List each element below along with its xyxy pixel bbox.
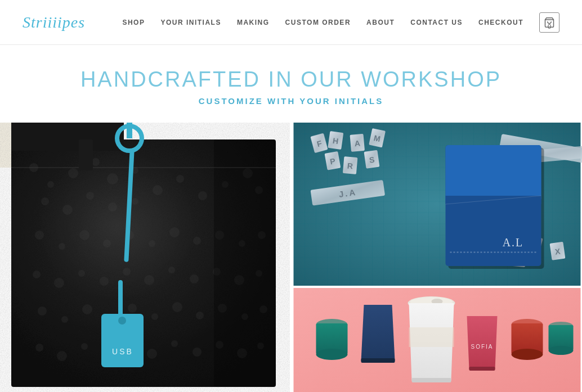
svg-rect-68	[79, 139, 93, 170]
svg-point-17	[198, 191, 207, 200]
hero-section: HANDCRAFTED IN OUR WORKSHOP CUSTOMIZE WI…	[0, 45, 582, 123]
image-grid: USB	[0, 123, 582, 392]
wallet-image[interactable]: F H A M P	[292, 123, 582, 286]
hero-subheadline: CUSTOMIZE WITH YOUR INITIALS	[11, 96, 571, 106]
svg-point-13	[108, 202, 117, 211]
right-column: F H A M P	[292, 123, 582, 392]
svg-rect-142	[446, 145, 541, 201]
svg-point-50	[196, 312, 204, 319]
hero-headline: HANDCRAFTED IN OUR WORKSHOP	[11, 67, 571, 92]
nav-shop[interactable]: SHOP	[122, 19, 145, 26]
nav-making[interactable]: MAKING	[237, 19, 270, 26]
bag-svg: USB	[0, 123, 290, 392]
svg-point-59	[147, 349, 157, 359]
cart-count: 0	[548, 23, 551, 30]
svg-point-44	[61, 316, 68, 323]
bag-image[interactable]: USB	[0, 123, 290, 392]
svg-point-60	[171, 340, 178, 347]
svg-rect-151	[361, 358, 395, 363]
svg-point-32	[33, 271, 41, 278]
svg-point-47	[128, 304, 137, 313]
svg-point-11	[62, 205, 73, 215]
svg-text:A: A	[354, 138, 360, 148]
cups-image[interactable]: SOFIA	[292, 288, 582, 392]
svg-point-34	[78, 270, 85, 277]
svg-point-8	[107, 173, 118, 184]
svg-point-16	[176, 175, 184, 183]
site-header: Striiiipes SHOP YOUR INITIALS MAKING CUS…	[0, 0, 582, 45]
svg-text:SOFIA: SOFIA	[471, 344, 493, 350]
svg-point-23	[79, 230, 89, 240]
svg-rect-155	[409, 327, 454, 347]
svg-point-33	[54, 278, 64, 288]
svg-point-37	[144, 275, 154, 285]
svg-rect-70	[127, 123, 132, 138]
svg-point-15	[153, 185, 163, 195]
svg-point-14	[132, 198, 138, 205]
svg-point-24	[103, 240, 111, 247]
svg-point-74	[118, 317, 126, 325]
cart-button[interactable]: 0	[539, 12, 559, 33]
nav-custom-order[interactable]: CUSTOM ORDER	[285, 19, 351, 26]
svg-point-61	[192, 348, 202, 357]
svg-point-39	[190, 274, 199, 283]
wallet-svg: F H A M P	[292, 123, 582, 286]
svg-point-54	[35, 344, 43, 352]
svg-point-38	[168, 267, 175, 273]
svg-point-22	[59, 243, 65, 250]
svg-point-56	[81, 343, 88, 350]
svg-point-48	[151, 313, 158, 320]
site-logo[interactable]: Striiiipes	[23, 13, 85, 31]
svg-point-35	[100, 277, 109, 286]
svg-rect-156	[412, 378, 451, 382]
svg-rect-65	[214, 139, 276, 387]
svg-point-45	[82, 304, 92, 314]
svg-text:A.L: A.L	[503, 236, 524, 249]
svg-point-150	[316, 349, 348, 360]
svg-point-27	[169, 227, 180, 237]
nav-your-initials[interactable]: YOUR INITIALS	[160, 19, 221, 26]
nav-checkout[interactable]: CHECKOUT	[478, 19, 523, 26]
svg-point-12	[86, 192, 94, 200]
svg-point-36	[123, 268, 131, 276]
svg-point-7	[92, 158, 100, 166]
svg-point-55	[57, 351, 67, 361]
main-nav: SHOP YOUR INITIALS MAKING CUSTOM ORDER A…	[122, 12, 559, 33]
svg-text:USB: USB	[112, 347, 133, 356]
svg-point-43	[38, 307, 47, 316]
svg-point-28	[193, 237, 201, 245]
svg-point-21	[35, 231, 44, 240]
svg-point-164	[549, 346, 574, 355]
svg-point-10	[41, 197, 49, 205]
nav-about[interactable]: ABOUT	[366, 19, 395, 26]
svg-text:R: R	[347, 161, 353, 171]
nav-contact-us[interactable]: CONTACT US	[410, 19, 463, 26]
cups-svg: SOFIA	[292, 288, 582, 392]
svg-rect-67	[11, 123, 124, 151]
svg-point-5	[47, 181, 54, 188]
svg-point-161	[512, 349, 543, 360]
svg-rect-158	[469, 367, 495, 371]
svg-point-6	[68, 168, 78, 178]
svg-point-49	[172, 302, 182, 312]
svg-rect-72	[118, 280, 123, 317]
svg-point-26	[149, 240, 155, 247]
